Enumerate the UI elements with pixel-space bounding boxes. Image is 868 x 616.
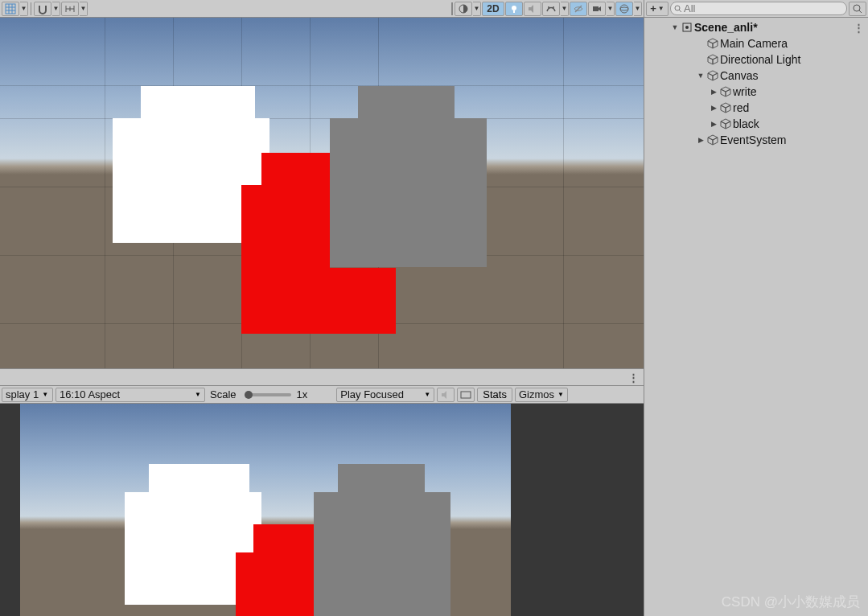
play-focused-dropdown[interactable]: Play Focused▼ xyxy=(336,388,434,402)
gizmos-label: Gizmos xyxy=(519,388,554,400)
snap-dropdown[interactable]: ▼ xyxy=(52,2,60,16)
mute-icon[interactable] xyxy=(437,388,455,402)
hierarchy-item-canvas[interactable]: ▼Canvas xyxy=(644,68,868,84)
search-icon xyxy=(674,5,682,13)
svg-point-10 xyxy=(512,6,516,10)
item-label: Canvas xyxy=(720,69,758,82)
expand-icon[interactable]: ▶ xyxy=(709,120,718,128)
item-label: red xyxy=(733,101,749,114)
gameobject-icon xyxy=(707,70,718,81)
scale-label: Scale xyxy=(208,388,239,400)
create-button[interactable]: +▼ xyxy=(646,2,668,16)
gizmo-icon[interactable] xyxy=(615,2,633,16)
svg-rect-15 xyxy=(593,6,599,11)
hierarchy-scene-row[interactable]: ▼ Scene_anli* ⋮ xyxy=(644,19,868,35)
fx-dropdown[interactable]: ▼ xyxy=(561,2,569,16)
hierarchy-item-write[interactable]: ▶write xyxy=(644,84,868,100)
hierarchy-item-black[interactable]: ▶black xyxy=(644,116,868,132)
expand-icon[interactable]: ▶ xyxy=(709,104,718,112)
hidden-icon[interactable] xyxy=(570,2,587,16)
scene-icon xyxy=(681,22,693,33)
gizmo-dropdown[interactable]: ▼ xyxy=(634,2,642,16)
shading-dropdown[interactable]: ▼ xyxy=(473,2,481,16)
item-label: Main Camera xyxy=(720,37,788,50)
search-mode-icon[interactable] xyxy=(849,2,866,16)
hierarchy-item-red[interactable]: ▶red xyxy=(644,100,868,116)
svg-line-22 xyxy=(679,10,681,12)
aspect-dropdown[interactable]: 16:10 Aspect▼ xyxy=(56,388,205,402)
game-toolbar: splay 1▼ 16:10 Aspect▼ Scale 1x Play Foc… xyxy=(0,386,644,404)
svg-line-24 xyxy=(859,10,862,13)
expand-icon[interactable]: ▶ xyxy=(709,88,718,96)
svg-rect-11 xyxy=(513,10,515,13)
game-view[interactable] xyxy=(0,404,644,616)
expand-icon[interactable]: ▶ xyxy=(696,136,706,144)
audio-icon[interactable] xyxy=(524,2,541,16)
hierarchy-panel: +▼ All ▼ Scene_anli* ⋮ Main CameraDirect… xyxy=(644,0,868,616)
expand-icon[interactable]: ▼ xyxy=(670,23,680,31)
svg-point-13 xyxy=(553,6,554,8)
item-label: write xyxy=(733,85,757,98)
scale-value: 1x xyxy=(297,388,308,400)
item-label: black xyxy=(733,117,759,130)
play-label: Play Focused xyxy=(340,388,404,400)
svg-rect-18 xyxy=(461,392,471,398)
gameobject-icon xyxy=(720,118,731,129)
game-panel-header: ⋮ xyxy=(0,368,644,386)
fx-icon[interactable] xyxy=(542,2,560,16)
svg-rect-0 xyxy=(6,4,15,14)
grid-snap-icon[interactable] xyxy=(2,2,19,16)
scale-slider[interactable] xyxy=(245,393,291,396)
gameobject-icon xyxy=(720,102,731,113)
camera-icon[interactable] xyxy=(588,2,606,16)
hierarchy-item-directional-light[interactable]: Directional Light xyxy=(644,51,868,68)
item-label: Directional Light xyxy=(720,53,800,66)
camera-dropdown[interactable]: ▼ xyxy=(607,2,615,16)
svg-point-26 xyxy=(685,26,689,29)
gizmos-dropdown[interactable]: Gizmos▼ xyxy=(515,388,568,402)
snap-icon[interactable] xyxy=(34,2,51,16)
display-dropdown[interactable]: splay 1▼ xyxy=(2,388,53,402)
svg-point-17 xyxy=(620,7,628,10)
hierarchy-item-main-camera[interactable]: Main Camera xyxy=(644,35,868,51)
aspect-label: 16:10 Aspect xyxy=(60,388,120,400)
gameobject-icon xyxy=(720,86,731,97)
panel-menu-icon[interactable]: ⋮ xyxy=(628,372,640,384)
grid-snap-dropdown[interactable]: ▼ xyxy=(20,2,28,16)
scene-name: Scene_anli* xyxy=(694,21,758,34)
svg-line-14 xyxy=(575,6,582,12)
gameobject-icon xyxy=(707,38,718,49)
svg-point-23 xyxy=(854,5,860,11)
shading-icon[interactable] xyxy=(455,2,472,16)
light-icon[interactable] xyxy=(505,2,523,16)
scene-menu-icon[interactable]: ⋮ xyxy=(854,22,865,34)
hierarchy-item-eventsystem[interactable]: ▶EventSystem xyxy=(644,132,868,148)
item-label: EventSystem xyxy=(720,133,786,146)
pause-divider-icon xyxy=(451,2,453,15)
keyboard-icon[interactable] xyxy=(457,388,475,402)
edge-dropdown[interactable]: ▼ xyxy=(80,2,88,16)
svg-point-12 xyxy=(548,6,549,8)
gameobject-icon xyxy=(707,134,718,146)
expand-icon[interactable]: ▼ xyxy=(696,72,706,80)
hierarchy-search-input[interactable]: All xyxy=(670,2,847,15)
edge-icon[interactable] xyxy=(61,2,79,16)
scene-view[interactable] xyxy=(0,18,644,368)
scene-toolbar: ▼ ▼ ▼ ▼ 2D ▼ ▼ ▼ xyxy=(0,0,644,18)
stats-button[interactable]: Stats xyxy=(477,388,512,402)
search-placeholder: All xyxy=(684,2,695,14)
mode-2d-button[interactable]: 2D xyxy=(482,2,504,16)
display-label: splay 1 xyxy=(6,388,39,400)
svg-point-16 xyxy=(620,5,628,13)
gameobject-icon xyxy=(707,54,718,65)
